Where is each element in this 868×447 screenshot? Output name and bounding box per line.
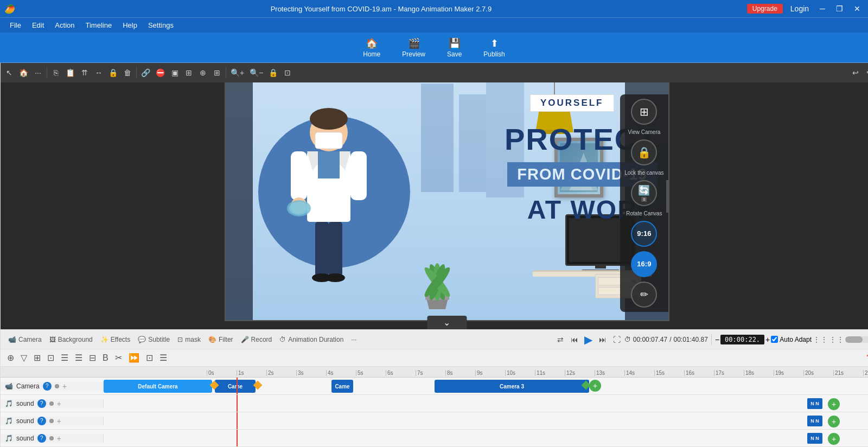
paste-tool[interactable]: 📋 xyxy=(63,67,77,78)
sound-1-visibility[interactable] xyxy=(49,401,54,406)
split-button[interactable]: ✂ xyxy=(113,352,124,364)
zoom-in-tool[interactable]: 🔍+ xyxy=(228,67,246,78)
ratio-916-button[interactable]: 9:16 xyxy=(631,221,657,247)
menu-action[interactable]: Action xyxy=(49,20,80,30)
delete-tool[interactable]: 🗑 xyxy=(121,67,134,78)
align-right-button[interactable]: ☰ xyxy=(73,352,85,364)
align-tool[interactable]: ⇈ xyxy=(78,67,91,78)
bold-button[interactable]: B xyxy=(100,352,111,364)
snap-button[interactable]: ⊡ xyxy=(144,352,155,364)
add-sound-button-1[interactable]: + xyxy=(828,398,840,410)
add-layer-button[interactable]: ⊕ xyxy=(5,352,16,364)
home-tool[interactable]: 🏠 xyxy=(17,67,30,78)
sound-3-help-button[interactable]: ? xyxy=(37,434,46,443)
play-button[interactable]: ▶ xyxy=(582,332,595,347)
sound-2-add[interactable]: + xyxy=(57,417,61,425)
came-clip-2[interactable]: Came xyxy=(331,380,353,393)
group-tool[interactable]: ▣ xyxy=(168,67,181,78)
subtitle-tab[interactable]: 💬 Subtitle xyxy=(135,335,173,344)
plus-time-icon[interactable]: + xyxy=(765,335,770,344)
animation-duration-tab[interactable]: ⏱ Animation Duration xyxy=(276,335,347,344)
flip-tool[interactable]: ↔ xyxy=(92,67,105,78)
loop-button[interactable]: ⇄ xyxy=(554,334,567,345)
speed-button[interactable]: ⏩ xyxy=(126,352,142,364)
frame-forward-button[interactable]: ⏭ xyxy=(596,334,609,345)
align-center-button[interactable]: ☰ xyxy=(59,352,71,364)
ratio-169-button[interactable]: 16:9 xyxy=(631,251,657,277)
edit-canvas-button[interactable]: ✏ xyxy=(631,282,657,308)
timeline-scrollbar[interactable] xyxy=(845,336,868,343)
sound-1-add[interactable]: + xyxy=(57,399,61,408)
login-button[interactable]: Login xyxy=(787,3,812,14)
collapse-panel-button[interactable]: ⌄ xyxy=(427,316,467,329)
fullscreen-button[interactable]: ⛶ xyxy=(610,334,623,345)
add-sound-button-3[interactable]: + xyxy=(828,433,840,445)
menu-settings[interactable]: Settings xyxy=(143,20,179,30)
filter-layer-button[interactable]: ▽ xyxy=(18,352,29,364)
menu-file[interactable]: File xyxy=(4,20,27,30)
anchor-tool[interactable]: ⊕ xyxy=(196,67,209,78)
more-tab-button[interactable]: ··· xyxy=(348,335,360,344)
save-button[interactable]: 💾 Save xyxy=(443,35,466,60)
canvas-nav-arrow[interactable]: › xyxy=(666,180,669,213)
effects-tab[interactable]: ✨ Effects xyxy=(97,335,133,344)
camera-visibility-button[interactable] xyxy=(55,384,59,388)
link-tool[interactable]: 🔗 xyxy=(139,67,152,78)
home-button[interactable]: 🏠 Home xyxy=(359,35,385,60)
came-clip-1[interactable]: Came xyxy=(215,380,256,393)
preview-button[interactable]: 🎬 Preview xyxy=(398,35,430,60)
unlink-tool[interactable]: ⛔ xyxy=(154,67,167,78)
rotate-canvas-button[interactable]: 🔄 0 xyxy=(631,180,657,206)
sound-clip-n-1[interactable]: N N xyxy=(807,398,822,409)
camera-add-button[interactable]: + xyxy=(62,382,67,391)
playhead[interactable] xyxy=(237,378,238,394)
distribute-button[interactable]: ⊟ xyxy=(87,352,98,364)
sound-1-help-button[interactable]: ? xyxy=(37,399,46,408)
auto-adapt-checkbox[interactable] xyxy=(771,336,778,343)
help-icon[interactable]: ❓ xyxy=(865,354,868,362)
default-camera-clip[interactable]: Default Camera xyxy=(104,380,212,393)
more-tool[interactable]: ··· xyxy=(31,67,44,78)
ungroup-tool[interactable]: ⊞ xyxy=(182,67,195,78)
list-button[interactable]: ☰ xyxy=(157,352,169,364)
auto-adapt-label[interactable]: Auto Adapt xyxy=(771,336,812,343)
view-camera-button[interactable]: ⊞ xyxy=(631,99,657,125)
minus-time-icon[interactable]: − xyxy=(715,335,719,344)
background-tab[interactable]: 🖼 Background xyxy=(46,335,96,344)
sound-2-help-button[interactable]: ? xyxy=(37,417,46,425)
record-tab[interactable]: 🎤 Record xyxy=(238,335,276,344)
lock-canvas-button[interactable]: 🔒 xyxy=(631,139,657,165)
publish-button[interactable]: ⬆ Publish xyxy=(479,35,509,60)
sound-3-add[interactable]: + xyxy=(57,434,61,443)
sound-3-visibility[interactable] xyxy=(49,436,54,440)
scene-time-box[interactable]: 00:00:22. xyxy=(720,335,764,344)
camera3-clip[interactable]: Camera 3 xyxy=(435,380,589,393)
lock-tool[interactable]: 🔒 xyxy=(106,67,120,78)
frame-back-button[interactable]: ⏮ xyxy=(568,334,581,345)
sound-clip-n-2[interactable]: N N xyxy=(807,416,822,426)
upgrade-button[interactable]: Upgrade xyxy=(747,4,783,14)
minimize-button[interactable]: ─ xyxy=(816,3,828,14)
redo-tool[interactable]: ↪ xyxy=(863,67,868,78)
select-all-button[interactable]: ⊞ xyxy=(31,352,43,364)
sound-2-visibility[interactable] xyxy=(49,419,54,423)
warp-tool[interactable]: ⊞ xyxy=(210,67,224,78)
add-sound-button-2[interactable]: + xyxy=(828,416,840,427)
menu-edit[interactable]: Edit xyxy=(27,20,49,30)
camera-tab[interactable]: 📹 Camera xyxy=(5,335,45,344)
filter-tab[interactable]: 🎨 Filter xyxy=(205,335,237,344)
mask-tab[interactable]: ⊡ mask xyxy=(174,335,204,344)
menu-help[interactable]: Help xyxy=(117,20,143,30)
fit-tool[interactable]: 🔒 xyxy=(266,67,280,78)
crop-tool[interactable]: ⊡ xyxy=(281,67,294,78)
camera-help-button[interactable]: ? xyxy=(43,382,52,391)
align-left-button[interactable]: ⊡ xyxy=(45,352,56,364)
menu-timeline[interactable]: Timeline xyxy=(80,20,118,30)
close-button[interactable]: ✕ xyxy=(851,3,864,14)
sound-clip-n-3[interactable]: N N xyxy=(807,433,822,444)
zoom-out-tool[interactable]: 🔍− xyxy=(247,67,265,78)
maximize-button[interactable]: ❐ xyxy=(833,3,846,14)
add-keyframe-button-1[interactable]: + xyxy=(589,380,601,392)
undo-tool[interactable]: ↩ xyxy=(849,67,862,78)
select-tool[interactable]: ↖ xyxy=(3,67,16,78)
